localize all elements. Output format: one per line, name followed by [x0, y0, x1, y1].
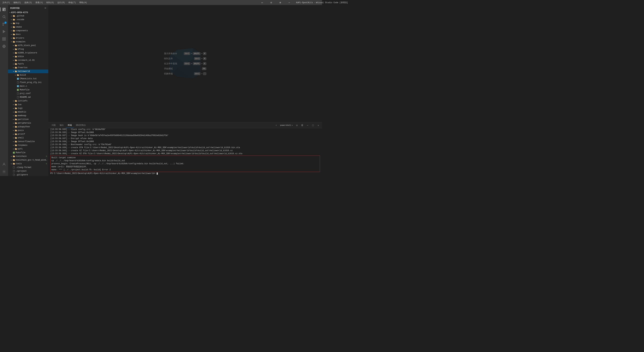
tree-item-build[interactable]: ▸build: [8, 73, 48, 77]
tree-item-main_c[interactable]: Cmain.c: [8, 84, 48, 88]
expand-arrow: ▸: [12, 52, 15, 54]
tree-item-cproject[interactable]: .cproject: [8, 169, 48, 173]
tree-item-bsp[interactable]: ▸bsp: [8, 22, 48, 25]
sidebar-content[interactable]: ▾ AIPI-OPEN-KITS ▸.github▸.vscode▸bsp▸cm…: [8, 11, 48, 176]
new-terminal-btn[interactable]: ＋: [274, 123, 278, 128]
tree-item-tinymaix[interactable]: ▸tinymaix: [8, 143, 48, 147]
tree-item-bflog[interactable]: ▸bflog: [8, 47, 48, 51]
menu-item[interactable]: 运行(R): [57, 1, 66, 4]
kill-terminal-btn[interactable]: 🗑: [300, 123, 304, 128]
tree-item-examples[interactable]: ▾examples: [8, 40, 48, 44]
tree-item-lua[interactable]: ▸lua: [8, 103, 48, 106]
tree-item-makefile_hw[interactable]: MMakefile: [8, 88, 48, 92]
more-actions-btn[interactable]: ⋯: [305, 123, 310, 128]
source-control-activity-icon[interactable]: 1: [1, 21, 7, 27]
menu-bar[interactable]: 文件(F)编辑(E)选择(S)查看(V)转到(G)运行(R)终端(T)帮助(H): [2, 1, 88, 4]
folder-icon: [15, 140, 17, 143]
tree-item-printf_f[interactable]: ▸printf: [8, 132, 48, 136]
expand-arrow: [10, 173, 13, 176]
tree-item-wifi[interactable]: ▸wifi: [8, 147, 48, 151]
terminal-line: [13:33:50.938] - Bootheader config crc: …: [50, 143, 320, 146]
file-label: littlefs: [18, 100, 28, 102]
tree-item-makefile_root[interactable]: MMakefile: [8, 151, 48, 154]
account-activity-icon[interactable]: [1, 161, 7, 167]
error-line: cp ./../../bsp/board/bl616dk/config/edat…: [52, 159, 319, 162]
tree-item-blfb_block_pool[interactable]: ▸blfb_block_pool: [8, 44, 48, 47]
file-label: examples: [16, 41, 26, 43]
settings-activity-icon[interactable]: [1, 168, 7, 175]
tab-terminal[interactable]: 终端: [66, 123, 74, 128]
tree-item-partition[interactable]: ▸partition: [8, 118, 48, 121]
tree-item-tensorflowlite[interactable]: ▸tensorflowlite: [8, 140, 48, 143]
tree-item-readme[interactable]: README.md: [8, 95, 48, 99]
tree-item-freertos[interactable]: ▸freertos: [8, 66, 48, 70]
file-tree[interactable]: ▸.github▸.vscode▸bsp▸cmake▸components▸do…: [8, 14, 48, 176]
terminal-content[interactable]: [13:33:50.933] - Bootheader config crc: …: [48, 128, 322, 176]
tree-item-tools[interactable]: ▸toolsS: [8, 162, 48, 165]
tree-item-components[interactable]: ▸components: [8, 29, 48, 33]
expand-arrow: ▸: [10, 15, 13, 17]
search-activity-icon[interactable]: [1, 14, 7, 20]
explorer-activity-icon[interactable]: [1, 6, 7, 13]
tree-item-drivers[interactable]: ▸drivers: [8, 36, 48, 40]
layout-btn[interactable]: ▭: [258, 0, 266, 5]
tree-item-cmake[interactable]: ▸cmake: [8, 25, 48, 29]
split-terminal-btn[interactable]: ⊟: [294, 123, 299, 128]
file-label: .github: [16, 15, 24, 17]
close-panel-btn[interactable]: ✕: [316, 123, 321, 128]
menu-item[interactable]: 查看(V): [35, 1, 44, 4]
tree-item-pikapython[interactable]: ▸pikapython: [8, 125, 48, 129]
tree-item-cmakelists[interactable]: CMCMakeLists.txt: [8, 77, 48, 81]
tab-debug-console[interactable]: 调试控制台: [74, 123, 88, 128]
root-section[interactable]: ▾ AIPI-OPEN-KITS: [8, 11, 48, 14]
extensions-activity-icon[interactable]: [1, 36, 7, 42]
tree-item-proj_conf[interactable]: proj.conf: [8, 92, 48, 95]
tree-item-gitignore[interactable]: .gitignore: [8, 173, 48, 176]
tree-item-fatfs[interactable]: ▸fatfs: [8, 62, 48, 66]
menu-item[interactable]: 帮助(H): [79, 1, 88, 4]
folder-icon: [15, 111, 17, 113]
sidebar-more-icon[interactable]: ⋯: [44, 6, 46, 10]
tree-item-peripherals[interactable]: ▸peripherals: [8, 121, 48, 125]
terminal-name: powershell: [280, 124, 291, 126]
tab-problems[interactable]: 问题: [50, 123, 58, 128]
tree-item-flash_prog[interactable]: flash_prog_cfg.ini: [8, 81, 48, 84]
terminal-selector[interactable]: powershell ▾: [279, 124, 294, 126]
menu-item[interactable]: 文件(F): [2, 1, 11, 4]
menu-item[interactable]: 转到(G): [46, 1, 55, 4]
tree-item-toolchain[interactable]: ▸toolchainS: [8, 154, 48, 158]
tree-item-memheap[interactable]: ▸memheap: [8, 114, 48, 118]
expand-arrow: [14, 96, 17, 99]
tree-item-coremark_v101[interactable]: ▸coremark_v1.01: [8, 58, 48, 62]
tree-item-littlefs[interactable]: ▸littlefs: [8, 99, 48, 103]
remote-activity-icon[interactable]: [1, 43, 7, 49]
tree-item-vscode[interactable]: ▸.vscode: [8, 18, 48, 22]
menu-item[interactable]: 选择(S): [24, 1, 33, 4]
expand-arrow: ▸: [10, 29, 13, 32]
folder-icon: [15, 48, 17, 50]
customize-btn[interactable]: ⋯: [286, 0, 293, 5]
tree-item-toolchain_gcc[interactable]: ▸toolchain_gcc-t_head_windows: [8, 158, 48, 162]
tree-item-lvgl[interactable]: ▸lvgl: [8, 106, 48, 110]
tree-item-helloworld[interactable]: ▾helloworld: [8, 70, 48, 73]
maximize-panel-btn[interactable]: ⬡: [310, 123, 315, 128]
tree-item-shell[interactable]: ▸shell: [8, 136, 48, 140]
terminal-prompt[interactable]: PS C:\Users\Redmi_2021\Desktop\AiPi-Open…: [50, 172, 320, 175]
tree-item-mbedtls[interactable]: ▸mbedtls: [8, 110, 48, 114]
sidebar-toggle-btn[interactable]: ⊟: [267, 0, 275, 5]
expand-arrow: [14, 77, 17, 80]
tree-item-posix[interactable]: ▸posix: [8, 129, 48, 132]
debug-activity-icon[interactable]: [1, 29, 7, 35]
expand-arrow: ▸: [10, 162, 13, 165]
tree-item-bl808_triplecore[interactable]: ▸bl808_triplecore: [8, 51, 48, 55]
tab-output[interactable]: 输出: [58, 123, 66, 128]
menu-item[interactable]: 编辑(E): [13, 1, 22, 4]
tree-item-github[interactable]: ▸.github: [8, 14, 48, 18]
menu-item[interactable]: 终端(T): [68, 1, 77, 4]
panel-toggle-btn[interactable]: ⊞: [276, 0, 284, 5]
tree-item-clang_format[interactable]: .clang-format: [8, 165, 48, 169]
tree-item-docs[interactable]: ▸docs: [8, 33, 48, 36]
folder-icon: [13, 15, 15, 17]
tree-item-btble[interactable]: ▸btble: [8, 55, 48, 58]
file-label: tinymaix: [18, 144, 28, 146]
